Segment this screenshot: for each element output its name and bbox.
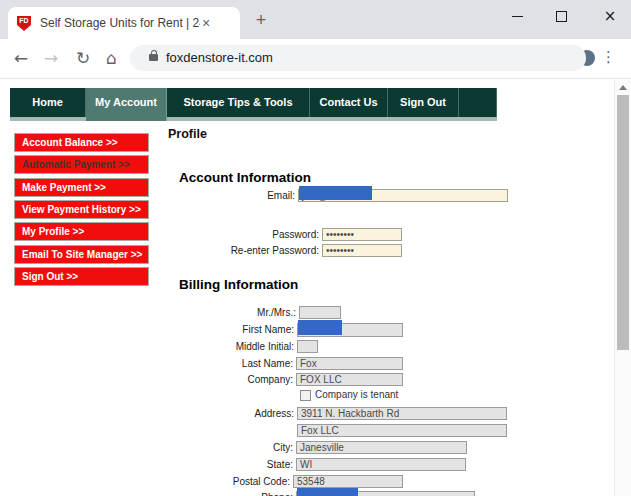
scroll-up-icon[interactable]: [619, 85, 627, 90]
window-minimize-button[interactable]: [503, 6, 531, 26]
lastname-value: Fox: [300, 358, 317, 369]
browser-menu-icon[interactable]: ⋮: [601, 48, 615, 66]
browser-tab[interactable]: FD Self Storage Units for Rent | 24HR ×: [8, 7, 240, 39]
site-navbar: HomeMy AccountStorage Tips & ToolsContac…: [10, 88, 497, 117]
lastname-label: Last Name:: [242, 358, 293, 369]
sidebar-item-automatic-payment[interactable]: Automatic Payment >>: [14, 155, 149, 174]
mrmrs-field[interactable]: [299, 306, 341, 319]
scrollbar-thumb[interactable]: [617, 95, 629, 350]
company-label: Company:: [247, 374, 293, 385]
company-field[interactable]: FOX LLC: [296, 373, 403, 386]
password-value: ••••••••: [326, 229, 354, 240]
site-favicon-icon: FD: [16, 15, 32, 31]
middleinitial-label: Middle Initial:: [236, 341, 294, 352]
email-text-selection: [299, 186, 372, 200]
state-value: WI: [300, 459, 312, 470]
address1-field[interactable]: 3911 N. Hackbarth Rd: [297, 407, 507, 420]
company-value: FOX LLC: [300, 374, 342, 385]
email-label: Email:: [267, 190, 295, 201]
lock-icon[interactable]: [149, 54, 158, 61]
phone-label: Phone:: [261, 492, 293, 496]
home-icon[interactable]: ⌂: [106, 48, 117, 68]
sidebar-item-account-balance[interactable]: Account Balance >>: [14, 133, 149, 152]
nav-item-blank: [459, 88, 497, 117]
tab-close-icon[interactable]: ×: [202, 15, 210, 31]
nav-item-storage-tips-tools[interactable]: Storage Tips & Tools: [167, 88, 310, 117]
postal-field[interactable]: 53548: [293, 475, 403, 488]
browser-window: FD Self Storage Units for Rent | 24HR × …: [0, 0, 631, 496]
postal-label: Postal Code:: [233, 476, 290, 487]
city-value: Janesville: [300, 442, 344, 453]
city-label: City:: [273, 442, 293, 453]
tab-bar: FD Self Storage Units for Rent | 24HR × …: [0, 0, 631, 39]
middleinitial-field[interactable]: [297, 340, 318, 353]
address2-value: Fox LLC: [301, 425, 339, 436]
tab-title: Self Storage Units for Rent | 24HR: [40, 16, 200, 30]
navbar-underline: [10, 117, 497, 121]
nav-item-sign-out[interactable]: Sign Out: [388, 88, 459, 117]
password-label: Password:: [272, 229, 319, 240]
reload-icon[interactable]: ↻: [76, 48, 90, 68]
firstname-field[interactable]: Jason: [297, 323, 403, 337]
sidebar-item-view-payment-history[interactable]: View Payment History >>: [14, 200, 149, 219]
page-scrollbar[interactable]: [614, 80, 631, 496]
repassword-label: Re-enter Password:: [231, 245, 319, 256]
sidebar-item-make-payment[interactable]: Make Payment >>: [14, 178, 149, 197]
billing-section-heading: Billing Information: [179, 277, 298, 292]
nav-item-home[interactable]: Home: [10, 88, 86, 117]
city-field[interactable]: Janesville: [296, 441, 467, 454]
firstname-text-selection: [298, 320, 342, 335]
forward-icon[interactable]: →: [44, 48, 58, 68]
window-close-button[interactable]: ×: [596, 6, 624, 26]
repassword-field[interactable]: ••••••••: [322, 244, 402, 257]
minimize-icon: [512, 16, 523, 17]
firstname-label: First Name:: [242, 324, 294, 335]
nav-item-contact-us[interactable]: Contact Us: [310, 88, 388, 117]
window-maximize-button[interactable]: [547, 6, 575, 26]
page-title: Profile: [168, 127, 207, 141]
phone-field[interactable]: [296, 491, 475, 496]
repassword-value: ••••••••: [326, 245, 354, 256]
sidebar-item-email-to-site-manager[interactable]: Email To Site Manager >>: [14, 245, 149, 264]
mrmrs-label: Mr./Mrs.:: [257, 307, 296, 318]
email-field[interactable]: jfox@foxllc.com: [298, 189, 508, 202]
password-field[interactable]: ••••••••: [322, 228, 402, 241]
company-is-tenant-label: Company is tenant: [315, 389, 398, 400]
phone-text-selection: [297, 488, 358, 496]
maximize-icon: [556, 11, 567, 22]
address1-label: Address:: [255, 408, 294, 419]
address1-value: 3911 N. Hackbarth Rd: [301, 408, 399, 419]
company-is-tenant-checkbox[interactable]: [300, 390, 311, 401]
address2-field[interactable]: Fox LLC: [297, 424, 507, 437]
new-tab-button[interactable]: +: [250, 10, 272, 32]
nav-item-my-account[interactable]: My Account: [86, 88, 167, 121]
back-icon[interactable]: ←: [14, 48, 28, 68]
sidebar-item-sign-out[interactable]: Sign Out >>: [14, 267, 149, 286]
account-section-heading: Account Information: [179, 170, 311, 185]
address-bar[interactable]: foxdenstore-it.com: [130, 45, 586, 71]
postal-value: 53548: [297, 476, 325, 487]
state-field[interactable]: WI: [296, 458, 466, 471]
state-label: State:: [267, 459, 293, 470]
url-text[interactable]: foxdenstore-it.com: [166, 50, 273, 65]
sidebar-item-my-profile[interactable]: My Profile >>: [14, 222, 149, 241]
lastname-field[interactable]: Fox: [296, 357, 403, 370]
